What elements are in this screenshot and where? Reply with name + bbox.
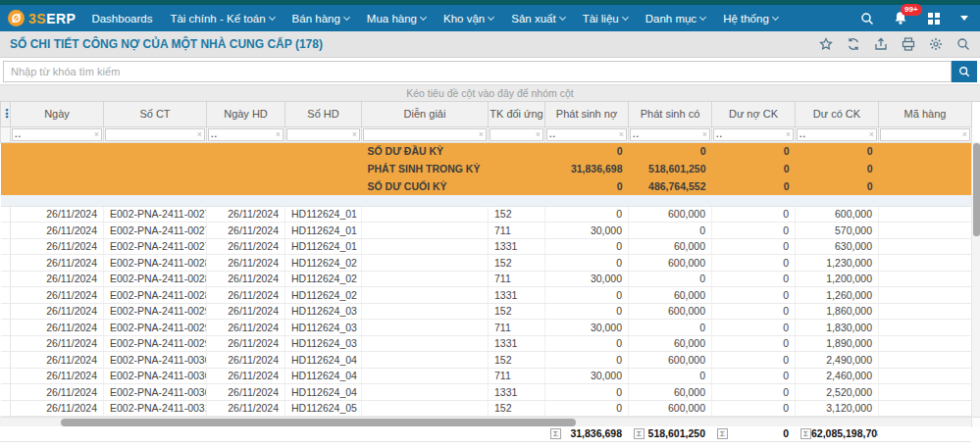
table-row[interactable]: 26/11/2024E002-PNA-2411-003026/11/2024HD… (1, 368, 972, 384)
filter-operator-button[interactable]: .. (549, 129, 556, 139)
column-header-so_ct[interactable]: Số CT (104, 102, 207, 126)
settings-gear-icon[interactable] (929, 37, 943, 51)
column-header-ma_hang[interactable]: Mã hàng (879, 102, 972, 126)
column-header-ps_co[interactable]: Phát sinh có (629, 102, 712, 126)
cell-du_no: 0 (712, 384, 796, 401)
filter-clear-icon[interactable]: × (617, 129, 624, 139)
column-group-dropzone[interactable]: Kéo tiêu đề cột vào đây để nhóm cột (0, 84, 980, 102)
vertical-scrollbar-thumb[interactable] (973, 143, 980, 236)
filter-input-ma_hang[interactable] (883, 129, 960, 140)
table-row[interactable]: 26/11/2024E002-PNA-2411-003026/11/2024HD… (1, 352, 972, 369)
refresh-icon[interactable] (847, 37, 860, 51)
navbar-right: 99+ (860, 11, 972, 25)
filter-input-so_hd[interactable] (289, 129, 350, 140)
filter-box-du_co: ..× (797, 128, 877, 141)
filter-input-ps_no[interactable] (558, 129, 617, 140)
cell-ps_no: 30,000 (545, 368, 629, 384)
nav-item-label: Dashboards (91, 13, 152, 25)
column-header-ngay_hd[interactable]: Ngày HD (207, 102, 285, 126)
horizontal-scrollbar-thumb[interactable] (61, 419, 576, 426)
app-logo[interactable]: Ø 3SERP (8, 10, 76, 26)
column-header-du_no[interactable]: Dư nợ CK (712, 102, 796, 126)
filter-clear-icon[interactable]: × (274, 129, 281, 139)
row-drag-handle[interactable]: ⋮ (1, 102, 11, 126)
table-row[interactable]: 26/11/2024E002-PNA-2411-002926/11/2024HD… (1, 320, 972, 336)
table-row[interactable]: 26/11/2024E002-PNA-2411-003126/11/2024HD… (1, 400, 972, 417)
filter-clear-icon[interactable]: × (477, 129, 484, 139)
nav-item-t-i-ch-nh-k-to-n[interactable]: Tài chính - Kế toán (170, 13, 274, 25)
notifications-bell-icon[interactable]: 99+ (894, 11, 907, 25)
column-header-dien_giai[interactable]: Diễn giải (362, 102, 489, 126)
favorite-star-icon[interactable] (819, 37, 833, 51)
filter-input-ngay[interactable] (24, 129, 92, 140)
filter-input-ngay_hd[interactable] (220, 129, 274, 140)
filter-input-so_ct[interactable] (108, 129, 195, 140)
column-header-tk_doi_ung[interactable]: TK đối ứng (489, 102, 545, 126)
table-row[interactable]: 26/11/2024E002-PNA-2411-003026/11/2024HD… (1, 384, 972, 401)
search-button[interactable] (952, 61, 977, 82)
filter-input-du_co[interactable] (808, 129, 867, 140)
vertical-scrollbar[interactable] (971, 142, 980, 417)
table-row[interactable]: 26/11/2024E002-PNA-2411-002826/11/2024HD… (1, 255, 972, 272)
export-icon[interactable] (874, 37, 888, 51)
table-row[interactable]: 26/11/2024E002-PNA-2411-002926/11/2024HD… (1, 303, 972, 320)
filter-input-dien_giai[interactable] (366, 129, 477, 140)
cell-ps_co: 600,000 (629, 352, 712, 369)
row-handle-cell (1, 223, 11, 239)
search-icon[interactable] (860, 12, 874, 25)
filter-operator-button[interactable]: .. (716, 129, 723, 139)
nav-item-dashboards[interactable]: Dashboards (91, 13, 152, 25)
row-handle-cell (1, 303, 11, 320)
nav-item-kho-v-n[interactable]: Kho vận (443, 13, 493, 25)
table-row[interactable]: 26/11/2024E002-PNA-2411-002826/11/2024HD… (1, 287, 972, 304)
apps-grid-icon[interactable] (927, 12, 941, 25)
filter-clear-icon[interactable]: × (195, 129, 202, 139)
summary-handle-cell (1, 142, 11, 160)
filter-operator-button[interactable]: .. (799, 129, 806, 139)
filter-operator-button[interactable]: .. (633, 129, 640, 139)
filter-input-tk_doi_ung[interactable] (492, 129, 534, 140)
logo-icon: Ø (8, 10, 25, 26)
table-row[interactable]: 26/11/2024E002-PNA-2411-002726/11/2024HD… (1, 223, 972, 239)
cell-du_co: 1,860,000 (796, 303, 879, 320)
nav-item-s-n-xu-t[interactable]: Sản xuất (511, 13, 564, 25)
filter-clear-icon[interactable]: × (534, 129, 541, 139)
filter-clear-icon[interactable]: × (92, 129, 99, 139)
filter-operator-button[interactable]: .. (15, 129, 22, 139)
column-search-icon[interactable] (956, 37, 970, 51)
aggregate-sigma-button[interactable]: Σ (550, 428, 561, 439)
nav-item-t-i-li-u[interactable]: Tài liệu (583, 13, 628, 25)
cell-so_ct: E002-PNA-2411-0029 (104, 335, 207, 352)
filter-input-ps_co[interactable] (642, 129, 700, 140)
table-row[interactable]: 26/11/2024E002-PNA-2411-002726/11/2024HD… (1, 206, 972, 223)
filter-clear-icon[interactable]: × (784, 129, 791, 139)
cell-so_ct: E002-PNA-2411-0028 (104, 271, 207, 287)
nav-item-h-th-ng[interactable]: Hệ thống (723, 13, 778, 25)
column-header-so_hd[interactable]: Số HD (285, 102, 362, 126)
print-icon[interactable] (902, 37, 915, 51)
horizontal-scrollbar[interactable] (0, 417, 980, 426)
nav-item-mua-h-ng[interactable]: Mua hàng (367, 13, 426, 25)
user-menu-caret-icon[interactable] (960, 16, 968, 21)
cell-so_hd: HD112624_03 (285, 320, 362, 336)
footer-handle-cell (0, 426, 10, 441)
filter-clear-icon[interactable]: × (350, 129, 357, 139)
table-row[interactable]: 26/11/2024E002-PNA-2411-002726/11/2024HD… (1, 238, 972, 255)
table-row[interactable]: 26/11/2024E002-PNA-2411-002826/11/2024HD… (1, 271, 972, 287)
filter-input-du_no[interactable] (725, 129, 784, 140)
aggregate-sigma-button[interactable]: Σ (634, 428, 645, 439)
filter-clear-icon[interactable]: × (867, 129, 874, 139)
nav-item-danh-m-c[interactable]: Danh mục (645, 13, 705, 25)
table-row[interactable]: 26/11/2024E002-PNA-2411-002926/11/2024HD… (1, 335, 972, 352)
column-header-du_co[interactable]: Dư có CK (796, 102, 879, 126)
nav-item-b-n-h-ng[interactable]: Bán hàng (292, 13, 349, 25)
cell-so_ct: E002-PNA-2411-0027 (104, 206, 207, 223)
search-input[interactable] (3, 61, 952, 82)
aggregate-sigma-button[interactable]: Σ (717, 428, 728, 439)
filter-operator-button[interactable]: .. (211, 129, 218, 139)
column-header-ngay[interactable]: Ngày (11, 102, 104, 126)
column-header-ps_no[interactable]: Phát sinh nợ (545, 102, 629, 126)
filter-clear-icon[interactable]: × (700, 129, 707, 139)
filter-clear-icon[interactable]: × (960, 129, 967, 139)
aggregate-sigma-button[interactable]: Σ (800, 428, 811, 439)
